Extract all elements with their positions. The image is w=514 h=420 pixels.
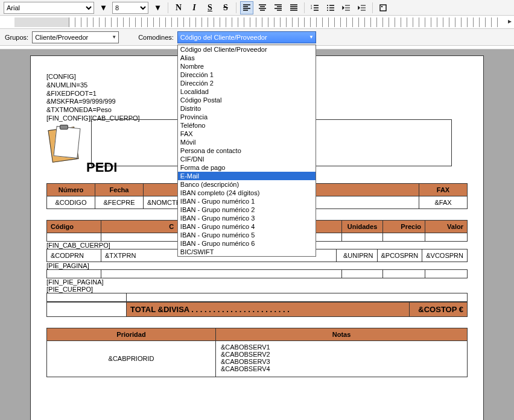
separator [304, 2, 305, 13]
grupos-label: Grupos: [5, 34, 28, 41]
comodines-option[interactable]: IBAN - Grupo numérico 2 [178, 205, 316, 214]
comodines-option[interactable]: Código del Cliente/Proveedor [178, 45, 316, 54]
comodines-options-list[interactable]: Código del Cliente/ProveedorAliasNombreD… [177, 45, 316, 257]
total-label[interactable]: TOTAL &DIVISA . . . . . . . . . . . . . … [127, 302, 410, 316]
th-valor: Valor [425, 220, 468, 233]
strike-button[interactable]: S [219, 1, 232, 14]
svg-point-4 [327, 10, 328, 11]
align-right-button[interactable] [271, 1, 285, 14]
obs-line: &CABOBSERV4 [221, 365, 462, 372]
comodines-option[interactable]: Código Postal [178, 96, 316, 104]
comodines-option[interactable]: E-Mail [178, 172, 316, 180]
notes-table[interactable]: Prioridad Notas &CABPRIORID &CABOBSERV1 … [46, 328, 468, 377]
comodines-dropdown[interactable]: Código del Cliente/Proveedor [177, 31, 316, 43]
horizontal-ruler[interactable] [14, 17, 502, 27]
comodines-value: Código del Cliente/Proveedor [180, 34, 267, 41]
indent-button[interactable] [355, 1, 369, 14]
td-fecpre[interactable]: &FECPRE [95, 196, 144, 208]
comodines-option[interactable]: Dirección 1 [178, 71, 316, 79]
empty-row-1[interactable] [46, 269, 468, 278]
list-numbered-button[interactable]: 12 [308, 1, 322, 14]
td-observ[interactable]: &CABOBSERV1 &CABOBSERV2 &CABOBSERV3 &CAB… [216, 340, 468, 377]
ruler-scroll-icon[interactable]: ▸ [508, 17, 512, 25]
comodines-option[interactable]: Forma de pago [178, 163, 316, 172]
comodines-label: Comodines: [138, 34, 174, 41]
comodines-option[interactable]: IBAN - Grupo numérico 4 [178, 222, 316, 231]
svg-point-2 [327, 5, 328, 6]
comodines-option[interactable]: Alias [178, 54, 316, 62]
td-codprn[interactable]: &CODPRN [47, 249, 101, 262]
td-codigo[interactable]: &CODIGO [47, 196, 95, 208]
comodines-option[interactable]: Teléfono [178, 121, 316, 130]
th-fax: FAX [419, 183, 468, 196]
align-center-button[interactable] [256, 1, 269, 14]
format-toolbar: Arial ▾ 8 ▾ N I S S 12 [0, 0, 514, 16]
comodines-option[interactable]: FAX [178, 130, 316, 138]
comodines-option[interactable]: Persona de contacto [178, 146, 316, 155]
th-notas: Notas [216, 328, 468, 340]
th-fecha: Fecha [95, 183, 144, 196]
align-left-button[interactable] [240, 1, 253, 14]
td-pcosprn[interactable]: &PCOSPRN [377, 249, 422, 262]
svg-rect-5 [380, 5, 386, 11]
svg-text:2: 2 [311, 7, 312, 10]
empty-row-2[interactable] [46, 293, 468, 302]
separator [168, 2, 168, 13]
italic-button[interactable]: I [188, 1, 201, 14]
comodines-option[interactable]: IBAN - Grupo numérico 5 [178, 231, 316, 239]
size-dropdown-icon[interactable]: ▾ [151, 1, 164, 14]
bold-button[interactable]: N [172, 1, 185, 14]
ruler-row: ▸ [0, 16, 514, 29]
total-value[interactable]: &COSTOP € [410, 302, 468, 316]
th-numero: Número [47, 183, 95, 196]
comodines-wrap: Código del Cliente/Proveedor Código del … [177, 31, 316, 43]
td-vcosprn[interactable]: &VCOSPRN [422, 249, 468, 262]
comodines-option[interactable]: IBAN completo (24 dígitos) [178, 189, 316, 197]
svg-point-3 [327, 7, 328, 8]
td-fax[interactable]: &FAX [419, 196, 468, 208]
marker-pie-cuerpo[interactable]: [PIE_CUERPO] [46, 286, 468, 293]
underline-button[interactable]: S [203, 1, 217, 14]
comodines-option[interactable]: IBAN - Grupo numérico 6 [178, 239, 316, 248]
pedi-title[interactable]: PEDI [86, 160, 117, 175]
obs-line: &CABOBSERV3 [221, 358, 462, 365]
comodines-option[interactable]: IBAN - Grupo numérico 3 [178, 214, 316, 222]
comodines-option[interactable]: Provincia [178, 113, 316, 121]
comodines-option[interactable]: Localidad [178, 87, 316, 96]
comodines-option[interactable]: Nombre [178, 62, 316, 71]
comodines-option[interactable]: Banco (descripción) [178, 180, 316, 189]
comodines-option[interactable]: Dirección 2 [178, 79, 316, 87]
outdent-button[interactable] [340, 1, 353, 14]
th-codigo2: Código [47, 220, 101, 233]
svg-rect-6 [381, 6, 382, 7]
obs-line: &CABOBSERV1 [221, 343, 462, 351]
separator [236, 2, 236, 13]
td-uniprn[interactable]: &UNIPRN [336, 249, 377, 262]
marker-pie-pagina[interactable]: [PIE_PAGINA] [46, 262, 468, 269]
comodines-option[interactable]: BIC/SWIFT [178, 248, 316, 256]
separator [372, 2, 373, 13]
marker-fin-pie-pagina[interactable]: [FIN_PIE_PAGINA] [46, 278, 468, 286]
td-cabpriorid[interactable]: &CABPRIORID [47, 340, 216, 377]
comodines-option[interactable]: CIF/DNI [178, 155, 316, 163]
grupos-dropdown[interactable]: Cliente/Proveedor [32, 31, 119, 43]
comodines-option[interactable]: IBAN - Grupo numérico 1 [178, 197, 316, 205]
list-bullet-button[interactable] [324, 1, 337, 14]
th-unidades: Unidades [342, 220, 383, 233]
obs-line: &CABOBSERV2 [221, 351, 462, 358]
grupos-value: Cliente/Proveedor [35, 34, 88, 41]
font-dropdown-icon[interactable]: ▾ [97, 1, 110, 14]
clipboard-icon[interactable] [46, 124, 86, 163]
comodines-option[interactable]: Distrito [178, 104, 316, 113]
insert-object-button[interactable] [376, 1, 390, 14]
th-precio: Precio [383, 220, 425, 233]
total-row-table[interactable]: TOTAL &DIVISA . . . . . . . . . . . . . … [46, 302, 468, 317]
font-family-select[interactable]: Arial [4, 2, 94, 14]
comodines-option[interactable]: Móvil [178, 138, 316, 146]
font-size-select[interactable]: 8 [112, 2, 148, 14]
align-justify-button[interactable] [287, 1, 300, 14]
selector-bar: Grupos: Cliente/Proveedor Comodines: Cód… [0, 29, 514, 46]
th-prioridad: Prioridad [47, 328, 216, 340]
